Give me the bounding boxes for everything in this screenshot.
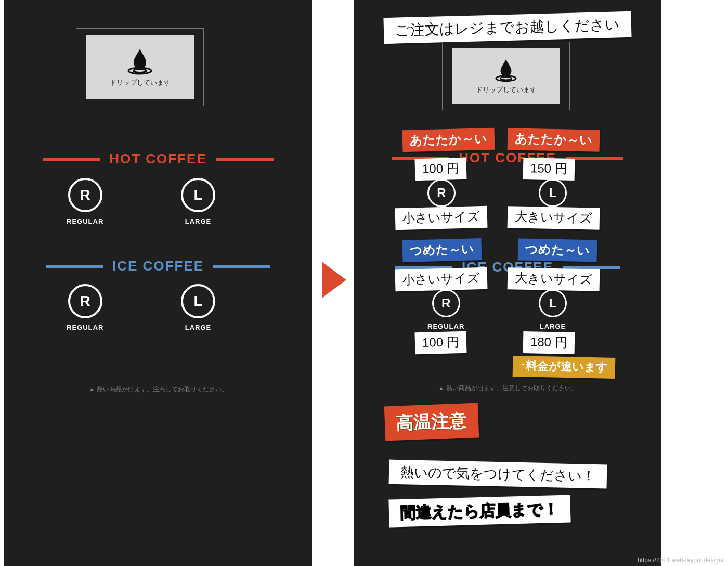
size-circle: R bbox=[68, 284, 102, 318]
drop-icon bbox=[491, 57, 521, 82]
size-label: LARGE bbox=[185, 217, 212, 225]
size-circle: L bbox=[539, 179, 567, 207]
note-price-differs: ↑料金が違います bbox=[513, 356, 616, 379]
size-label: LARGE bbox=[540, 323, 566, 330]
ice-regular-button[interactable]: R REGULAR bbox=[67, 284, 103, 331]
size-circle: R bbox=[427, 179, 456, 207]
section-title-hot: HOT COFFEE bbox=[4, 151, 312, 167]
arrow-right-icon bbox=[322, 262, 346, 298]
drop-icon bbox=[123, 47, 157, 75]
size-circle: R bbox=[432, 289, 460, 317]
note-hot-size-r: 小さいサイズ bbox=[395, 206, 487, 230]
size-circle: R bbox=[68, 178, 102, 212]
hot-large-button[interactable]: L LARGE bbox=[181, 178, 215, 225]
note-hot-temp-l: あたたか～い bbox=[508, 128, 600, 152]
note-careful: 熱いので気をつけてください！ bbox=[389, 460, 607, 489]
note-order-at-register: ご注文はレジまでお越しください bbox=[383, 11, 631, 44]
ice-large-button[interactable]: L LARGE bbox=[181, 284, 215, 331]
hot-regular-button[interactable]: R bbox=[427, 179, 456, 207]
note-ice-price-l: 180 円 bbox=[523, 331, 575, 354]
note-hot-price-l: 150 円 bbox=[523, 158, 575, 181]
note-hot-price-r: 100 円 bbox=[414, 158, 466, 181]
caution-text: ▲ 熱い商品が出ます。注意してお取りください。 bbox=[4, 385, 312, 394]
bar-icon bbox=[46, 265, 103, 268]
svg-point-3 bbox=[501, 77, 512, 80]
bar-icon bbox=[43, 158, 100, 161]
note-ice-temp-l: つめた～い bbox=[518, 238, 597, 262]
note-mistake: 間違えたら店員まで！ bbox=[388, 495, 570, 527]
hot-regular-button[interactable]: R REGULAR bbox=[67, 178, 103, 225]
ice-large-button[interactable]: L LARGE bbox=[539, 289, 567, 330]
watermark: https://2021.web-layout.design/ bbox=[638, 557, 724, 564]
bar-icon bbox=[213, 265, 270, 268]
hot-large-button[interactable]: L bbox=[539, 179, 567, 207]
note-hot-temp-r: あたたか～い bbox=[402, 128, 495, 152]
size-label: REGULAR bbox=[67, 324, 103, 331]
size-circle: L bbox=[539, 289, 567, 317]
drip-indicator: ドリップしています bbox=[442, 42, 570, 110]
note-ice-size-l: 大きいサイズ bbox=[508, 267, 600, 291]
note-ice-temp-r: つめた～い bbox=[402, 238, 482, 262]
ice-regular-button[interactable]: R REGULAR bbox=[427, 289, 464, 330]
hot-coffee-title: HOT COFFEE bbox=[109, 151, 207, 167]
size-circle: L bbox=[181, 284, 215, 318]
note-high-temp: 高温注意 bbox=[384, 403, 479, 441]
bar-icon bbox=[563, 266, 620, 269]
note-ice-size-r: 小さいサイズ bbox=[395, 267, 487, 292]
section-title-hot: HOT COFFEE bbox=[354, 150, 661, 166]
drip-text: ドリップしています bbox=[110, 78, 171, 87]
before-panel: ドリップしています HOT COFFEE R REGULAR L LARGE I… bbox=[4, 0, 312, 566]
size-label: REGULAR bbox=[67, 217, 103, 225]
size-circle: L bbox=[181, 178, 215, 212]
after-panel: ご注文はレジまでお越しください ドリップしています HOT COFFEE あたた… bbox=[354, 0, 661, 566]
size-label: REGULAR bbox=[427, 323, 464, 330]
note-hot-size-l: 大きいサイズ bbox=[508, 206, 600, 230]
drip-indicator: ドリップしています bbox=[76, 28, 204, 106]
size-label: LARGE bbox=[185, 324, 212, 331]
svg-point-1 bbox=[134, 69, 146, 73]
caution-text: ▲ 熱い商品が出ます。注意してお取りください。 bbox=[354, 384, 661, 393]
section-title-ice: ICE COFFEE bbox=[4, 258, 312, 274]
note-ice-price-r: 100 円 bbox=[414, 331, 466, 355]
drip-text: ドリップしています bbox=[476, 85, 537, 95]
bar-icon bbox=[216, 158, 274, 161]
ice-coffee-title: ICE COFFEE bbox=[112, 258, 204, 274]
